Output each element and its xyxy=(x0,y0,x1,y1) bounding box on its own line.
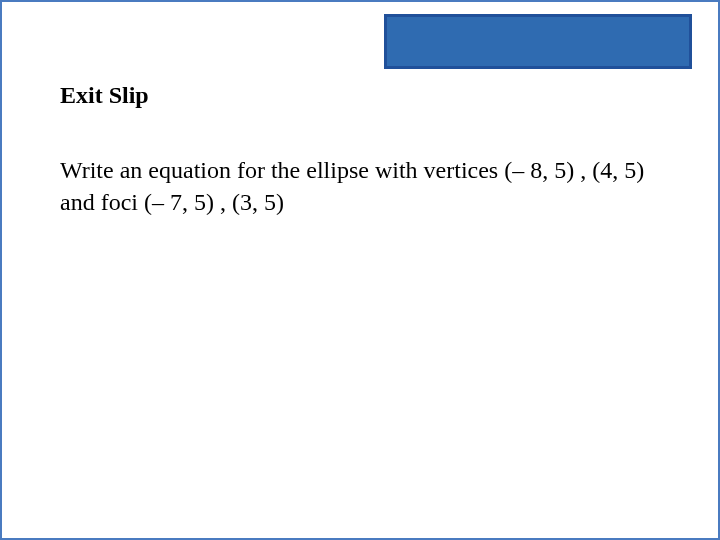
title-accent-box xyxy=(384,14,692,69)
slide-heading: Exit Slip xyxy=(60,82,149,109)
slide-body-text: Write an equation for the ellipse with v… xyxy=(60,154,660,219)
slide-frame: Exit Slip Write an equation for the elli… xyxy=(0,0,720,540)
